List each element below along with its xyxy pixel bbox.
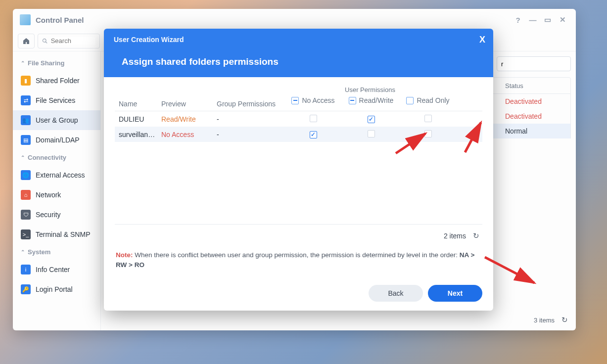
user-creation-wizard: User Creation Wizard X Assign shared fol… xyxy=(104,29,493,311)
terminal-icon: >_ xyxy=(21,229,31,239)
globe-icon: 🌐 xyxy=(21,170,31,180)
sidebar-group-file-sharing[interactable]: ⌃File Sharing xyxy=(13,55,100,71)
sidebar-item-file-services[interactable]: ⇄File Services xyxy=(13,91,100,110)
app-icon xyxy=(20,14,31,25)
table-footer: 3 items ↻ xyxy=(534,316,568,324)
search-input[interactable] xyxy=(51,37,95,45)
home-icon xyxy=(22,37,30,45)
help-button[interactable]: ? xyxy=(512,13,524,26)
permission-row: DULIEU Read/Write - xyxy=(115,111,482,127)
checkbox-icon xyxy=(406,97,414,104)
sidebar-item-info-center[interactable]: iInfo Center xyxy=(13,260,100,279)
header-read-write[interactable]: Read/Write xyxy=(341,96,401,104)
window-title: Control Panel xyxy=(36,16,84,24)
checkbox-indeterminate-icon xyxy=(291,97,299,104)
header-read-only[interactable]: Read Only xyxy=(401,96,455,104)
services-icon: ⇄ xyxy=(21,95,31,105)
permissions-count-bar: 2 items ↻ xyxy=(115,224,482,247)
home-button[interactable] xyxy=(18,34,35,48)
modal-header: User Creation Wizard X Assign shared fol… xyxy=(104,29,493,77)
search-field[interactable] xyxy=(38,34,100,48)
back-button[interactable]: Back xyxy=(369,285,423,302)
chevron-up-icon: ⌃ xyxy=(21,155,25,160)
note-text: Note: When there is conflict between use… xyxy=(115,247,482,273)
chevron-up-icon: ⌃ xyxy=(21,249,25,255)
item-count: 2 items xyxy=(444,232,466,240)
maximize-button[interactable]: ▭ xyxy=(541,13,554,26)
window-titlebar: Control Panel ? — ▭ ✕ xyxy=(13,9,576,31)
permissions-header: Name Preview Group Permissions User Perm… xyxy=(115,86,482,111)
ldap-icon: ▤ xyxy=(21,135,31,145)
checkbox-no-access[interactable] xyxy=(310,131,317,138)
column-status: Status xyxy=(505,82,564,90)
filter-input[interactable] xyxy=(497,56,571,71)
svg-line-1 xyxy=(46,42,47,43)
column-group-permissions: Group Permissions xyxy=(217,97,285,111)
folder-icon: ▮ xyxy=(21,76,31,86)
sidebar-item-domain-ldap[interactable]: ▤Domain/LDAP xyxy=(13,130,100,150)
svg-point-0 xyxy=(43,39,46,42)
column-preview: Preview xyxy=(161,97,217,111)
sidebar-item-shared-folder[interactable]: ▮Shared Folder xyxy=(13,71,100,91)
sidebar-item-network[interactable]: ⌂Network xyxy=(13,185,100,205)
checkbox-indeterminate-icon xyxy=(349,97,356,104)
modal-actions: Back Next xyxy=(104,278,493,311)
reload-button[interactable]: ↻ xyxy=(473,231,479,240)
sidebar-item-login-portal[interactable]: 🔑Login Portal xyxy=(13,279,100,299)
checkbox-read-write[interactable] xyxy=(368,130,375,137)
next-button[interactable]: Next xyxy=(428,285,482,302)
header-no-access[interactable]: No Access xyxy=(285,96,341,104)
checkbox-read-write[interactable] xyxy=(368,116,375,123)
sidebar-item-external-access[interactable]: 🌐External Access xyxy=(13,165,100,185)
chevron-up-icon: ⌃ xyxy=(21,60,25,66)
close-button[interactable]: ✕ xyxy=(556,13,569,26)
item-count: 3 items xyxy=(534,317,555,324)
reload-button[interactable]: ↻ xyxy=(561,316,568,324)
network-icon: ⌂ xyxy=(21,190,31,200)
page-title: Assign shared folders permissions xyxy=(122,56,483,67)
sidebar: ⌃File Sharing ▮Shared Folder ⇄File Servi… xyxy=(13,51,101,330)
wizard-title: User Creation Wizard xyxy=(114,36,483,44)
column-name: Name xyxy=(115,97,161,111)
permission-row: surveillan… No Access - xyxy=(115,127,482,142)
shield-icon: 🛡 xyxy=(21,210,31,220)
close-modal-button[interactable]: X xyxy=(479,35,485,45)
checkbox-read-only[interactable] xyxy=(424,130,432,137)
minimize-button[interactable]: — xyxy=(526,13,539,26)
checkbox-no-access[interactable] xyxy=(310,115,317,122)
info-icon: i xyxy=(21,265,31,274)
column-user-permissions: User Permissions xyxy=(285,86,455,93)
sidebar-item-security[interactable]: 🛡Security xyxy=(13,205,100,225)
checkbox-read-only[interactable] xyxy=(424,115,432,122)
users-icon: 👥 xyxy=(21,115,31,125)
sidebar-group-system[interactable]: ⌃System xyxy=(13,244,100,260)
key-icon: 🔑 xyxy=(21,284,31,294)
sidebar-item-terminal-snmp[interactable]: >_Terminal & SNMP xyxy=(13,225,100,244)
sidebar-item-user-group[interactable]: 👥User & Group xyxy=(13,110,100,130)
sidebar-group-connectivity[interactable]: ⌃Connectivity xyxy=(13,150,100,165)
search-icon xyxy=(42,38,48,45)
